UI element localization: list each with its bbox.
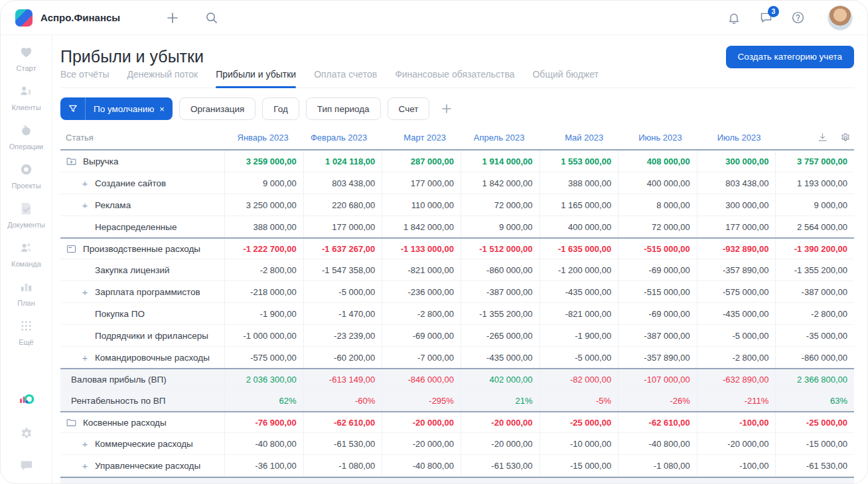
page-title: Прибыли и убытки xyxy=(60,47,204,66)
article-cell[interactable]: + Покупка ПО xyxy=(60,303,224,324)
expand-plus-icon[interactable]: + xyxy=(80,178,90,188)
article-cell[interactable]: Косвенные расходы xyxy=(60,412,224,432)
brand-logo-icon xyxy=(18,392,35,409)
article-label: Закупка лицензий xyxy=(95,265,169,275)
article-cell[interactable]: + Подрядчики и фрилансеры xyxy=(60,325,224,346)
value-cell: 3 259 000,00 xyxy=(224,151,303,172)
sidebar-item-projects[interactable]: Проекты xyxy=(7,162,45,190)
sidebar-item-label: Клиенты xyxy=(11,103,40,111)
add-button[interactable] xyxy=(161,7,184,29)
value-cell: -632 890,00 xyxy=(697,369,776,389)
value-cell: -1 547 358,00 xyxy=(303,259,382,280)
article-cell[interactable]: + Реклама xyxy=(60,194,224,215)
value-cell: -1 635 000,00 xyxy=(540,239,618,259)
column-header-month-2: Март 2023 xyxy=(382,126,461,149)
value-cell: -846 000,00 xyxy=(382,369,461,389)
value-cell: -2 800,00 xyxy=(775,303,854,324)
filter-chip-account[interactable]: Счет xyxy=(388,97,430,120)
article-cell[interactable]: + Создание сайтов xyxy=(60,172,224,194)
sidebar-item-team[interactable]: Команда xyxy=(7,240,45,268)
article-cell[interactable]: + Командировочные расходы xyxy=(60,347,224,368)
value-cell: -61 530,00 xyxy=(303,433,382,454)
expand-plus-icon[interactable]: + xyxy=(80,353,90,363)
article-cell[interactable]: + Управленческие расходы xyxy=(60,455,224,476)
value-cell: -357 890,00 xyxy=(697,259,776,280)
article-cell[interactable]: + Закупка лицензий xyxy=(60,259,224,280)
table-row-child: + Управленческие расходы-36 100,00-1 080… xyxy=(60,455,854,477)
value-cell: -265 000,00 xyxy=(461,325,540,346)
expand-plus-icon[interactable]: + xyxy=(80,461,90,471)
article-cell[interactable]: + Нераспределенные xyxy=(60,216,224,237)
value-cell: -69 000,00 xyxy=(618,303,697,324)
sidebar-item-documents[interactable]: Документы xyxy=(7,201,45,229)
filter-chip-year[interactable]: Год xyxy=(262,97,299,120)
value-cell: 2 036 300,00 xyxy=(224,369,303,389)
help-icon[interactable] xyxy=(786,7,809,29)
value-cell: 388 000,00 xyxy=(540,172,618,194)
tab-budget[interactable]: Общий бюджет xyxy=(532,69,598,88)
notifications-bell-icon[interactable] xyxy=(723,7,745,29)
value-cell: 72 000,00 xyxy=(618,216,697,237)
sidebar-item-label: Команда xyxy=(11,260,41,268)
filter-chip-period-type[interactable]: Тип периода xyxy=(306,97,381,120)
table-row-section: Производственные расходы-1 222 700,00-1 … xyxy=(60,237,854,259)
article-cell[interactable]: Производственные расходы xyxy=(60,239,224,259)
value-cell: 400 000,00 xyxy=(618,172,697,194)
value-cell: -515 000,00 xyxy=(618,281,697,302)
value-cell: -62 610,00 xyxy=(303,412,382,432)
article-cell[interactable]: + Зарплата программистов xyxy=(60,281,224,302)
expand-plus-icon[interactable]: + xyxy=(80,200,90,210)
value-cell: 62% xyxy=(224,390,303,411)
article-cell[interactable]: Выручка xyxy=(60,151,224,172)
card-minus-icon[interactable] xyxy=(66,243,77,255)
value-cell: -20 000,00 xyxy=(461,412,540,432)
sidebar-item-start[interactable]: Старт xyxy=(7,44,45,72)
expand-plus-icon[interactable]: + xyxy=(80,287,90,297)
user-avatar[interactable] xyxy=(828,5,853,30)
tab-all-reports[interactable]: Все отчёты xyxy=(60,69,109,88)
value-cell: -2 800,00 xyxy=(382,303,461,324)
value-cell: 1 193 000,00 xyxy=(775,172,854,194)
sidebar-item-label: План xyxy=(17,299,35,307)
sidebar-item-operations[interactable]: Операции xyxy=(7,123,45,151)
value-cell: -1 637 267,00 xyxy=(303,239,382,259)
table-row-child: + Покупка ПО-1 900,00-1 470,00-2 800,00-… xyxy=(60,303,854,325)
value-cell: -1 355 200,00 xyxy=(775,259,854,280)
table-settings-gear-icon[interactable] xyxy=(839,132,851,144)
table-row-child: + Зарплата программистов-218 000,00-5 00… xyxy=(60,281,854,303)
add-filter-icon[interactable] xyxy=(440,102,453,115)
value-cell: 220 680,00 xyxy=(303,194,382,215)
settings-gear-icon[interactable] xyxy=(19,426,34,441)
value-cell: -20 000,00 xyxy=(697,433,776,454)
value-cell: 408 000,00 xyxy=(618,151,697,172)
article-cell[interactable]: + Коммерческие расходы xyxy=(60,433,224,454)
tab-profit-loss[interactable]: Прибыли и убытки xyxy=(216,69,296,88)
operations-icon xyxy=(19,123,34,141)
value-cell: 1 842 000,00 xyxy=(461,172,540,194)
create-category-button[interactable]: Создать категорию учета xyxy=(726,46,854,68)
sidebar-item-plan[interactable]: План xyxy=(7,279,45,307)
chat-icon[interactable]: 3 xyxy=(755,7,777,29)
value-cell: -5 000,00 xyxy=(697,325,776,346)
value-cell: -100,00 xyxy=(697,412,776,432)
filter-chip-organization[interactable]: Организация xyxy=(179,97,255,120)
tab-cash-flow[interactable]: Денежный поток xyxy=(127,69,198,88)
filter-preset-clear-icon[interactable]: × xyxy=(159,104,173,114)
support-chat-icon[interactable] xyxy=(19,458,34,473)
article-label: Реклама xyxy=(95,200,131,210)
sidebar-item-more[interactable]: Ещё xyxy=(7,318,45,346)
tab-liabilities[interactable]: Финансовые обязательства xyxy=(395,69,514,88)
download-icon[interactable] xyxy=(817,132,828,143)
tab-invoice-payment[interactable]: Оплата счетов xyxy=(314,69,377,88)
folder-plus-icon[interactable] xyxy=(66,156,77,167)
sidebar-item-clients[interactable]: Клиенты xyxy=(7,84,45,111)
sidebar-item-label: Операции xyxy=(9,143,43,151)
value-cell: -1 000 000,00 xyxy=(224,325,303,346)
search-icon[interactable] xyxy=(200,7,222,29)
chat-badge: 3 xyxy=(768,6,779,17)
folder-icon[interactable] xyxy=(66,417,77,428)
filter-preset-button[interactable]: По умолчанию × xyxy=(60,97,173,120)
value-cell: -35 000,00 xyxy=(775,325,854,346)
value-cell: 21% xyxy=(461,390,540,411)
expand-plus-icon[interactable]: + xyxy=(80,439,90,449)
